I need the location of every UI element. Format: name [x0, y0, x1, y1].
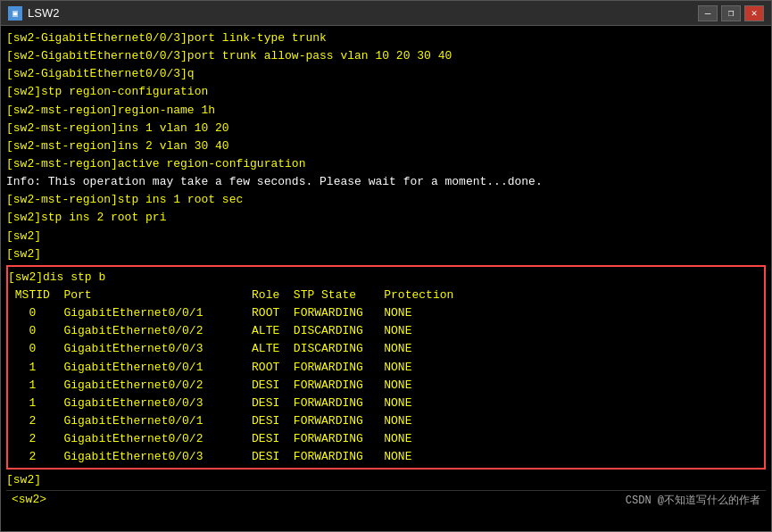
- terminal-line-10: [sw2-mst-region]stp ins 1 root sec: [6, 191, 766, 209]
- title-bar: ▣ LSW2 — ❐ ✕: [1, 1, 771, 26]
- terminal-line-12: [sw2]: [6, 228, 766, 245]
- terminal-line-5: [sw2-mst-region]region-name 1h: [6, 102, 766, 120]
- terminal-line-3: [sw2-GigabitEthernet0/0/3]q: [6, 65, 766, 83]
- table-row-4: 1 GigabitEthernet0/0/1 ROOT FORWARDING N…: [8, 359, 764, 377]
- window-frame: ▣ LSW2 — ❐ ✕ [sw2-GigabitEthernet0/0/3]p…: [0, 0, 772, 532]
- table-row-3: 0 GigabitEthernet0/0/3 ALTE DISCARDING N…: [8, 340, 764, 358]
- table-row-8: 2 GigabitEthernet0/0/2 DESI FORWARDING N…: [8, 430, 764, 448]
- restore-button[interactable]: ❐: [721, 5, 741, 21]
- prompt-line: <sw2>: [12, 493, 46, 508]
- table-row-7: 2 GigabitEthernet0/0/1 DESI FORWARDING N…: [8, 412, 764, 430]
- table-row-5: 1 GigabitEthernet0/0/2 DESI FORWARDING N…: [8, 377, 764, 395]
- bottom-bar: <sw2> CSDN @不知道写什么的作者: [6, 490, 766, 510]
- table-row-9: 2 GigabitEthernet0/0/3 DESI FORWARDING N…: [8, 448, 764, 466]
- terminal-line-2: [sw2-GigabitEthernet0/0/3]port trunk all…: [6, 47, 766, 65]
- watermark: CSDN @不知道写什么的作者: [626, 493, 760, 508]
- table-row-1: 0 GigabitEthernet0/0/1 ROOT FORWARDING N…: [8, 304, 764, 322]
- after-table-line: [sw2]: [6, 471, 766, 489]
- terminal-line-8: [sw2-mst-region]active region-configurat…: [6, 155, 766, 173]
- window-controls: — ❐ ✕: [698, 5, 764, 21]
- terminal-line-9: Info: This operation may take a few seco…: [6, 173, 766, 191]
- terminal-line-11: [sw2]stp ins 2 root pri: [6, 209, 766, 227]
- close-button[interactable]: ✕: [744, 5, 764, 21]
- window-title: LSW2: [28, 6, 698, 20]
- terminal-body[interactable]: [sw2-GigabitEthernet0/0/3]port link-type…: [1, 26, 771, 531]
- window-icon: ▣: [8, 6, 22, 21]
- table-row-6: 1 GigabitEthernet0/0/3 DESI FORWARDING N…: [8, 395, 764, 412]
- terminal-line-7: [sw2-mst-region]ins 2 vlan 30 40: [6, 137, 766, 155]
- terminal-line-13: [sw2]: [6, 245, 766, 263]
- terminal-line-1: [sw2-GigabitEthernet0/0/3]port link-type…: [6, 29, 766, 47]
- table-command-line: [sw2]dis stp b: [8, 269, 764, 287]
- terminal-line-4: [sw2]stp region-configuration: [6, 83, 766, 101]
- table-header: MSTID Port Role STP State Protection: [8, 287, 764, 304]
- minimize-button[interactable]: —: [698, 5, 718, 21]
- terminal-line-6: [sw2-mst-region]ins 1 vlan 10 20: [6, 120, 766, 137]
- stp-table: [sw2]dis stp b MSTID Port Role STP State…: [6, 265, 766, 470]
- table-row-2: 0 GigabitEthernet0/0/2 ALTE DISCARDING N…: [8, 322, 764, 340]
